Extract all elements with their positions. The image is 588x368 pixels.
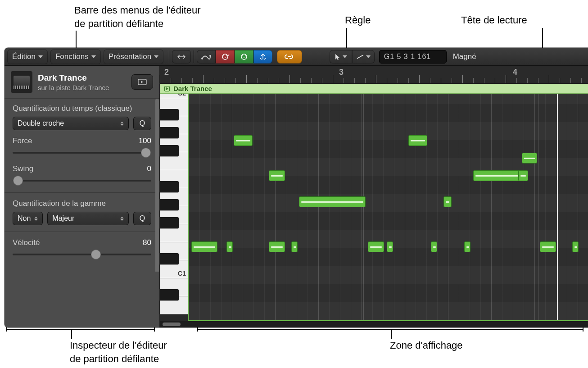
midi-in-icon: [221, 53, 230, 60]
scale-quantize-onoff-select[interactable]: Non: [13, 212, 43, 225]
svg-point-9: [244, 57, 244, 58]
scrollbar-thumb[interactable]: [163, 323, 181, 326]
callout-line: [197, 329, 583, 330]
time-quantize-select[interactable]: Double croche: [13, 117, 129, 130]
menu-presentation[interactable]: Présentation: [104, 50, 163, 64]
midi-note[interactable]: [473, 170, 523, 181]
ruler[interactable]: 2 3 4: [160, 66, 588, 84]
menu-functions[interactable]: Fonctions: [50, 50, 101, 64]
callout-ruler: Règle: [345, 14, 371, 27]
chevron-down-icon: [38, 55, 43, 58]
midi-note[interactable]: [291, 241, 298, 252]
region-subtitle: sur la piste Dark Trance: [38, 84, 109, 91]
midi-note[interactable]: [387, 241, 393, 252]
note-grid[interactable]: [188, 94, 588, 321]
piano-roll-area: 2 3 4 Dark Trance C2: [160, 66, 588, 327]
midi-out-button[interactable]: [235, 50, 253, 64]
header-text: Dark Trance sur la piste Dark Trance: [38, 73, 109, 91]
midi-note[interactable]: [191, 241, 217, 252]
midi-in-button[interactable]: [216, 50, 235, 64]
slider-thumb[interactable]: [141, 148, 151, 158]
midi-note[interactable]: [234, 135, 253, 146]
svg-point-8: [245, 55, 246, 56]
catch-button[interactable]: [253, 50, 272, 64]
note-velocity-bar: [389, 246, 392, 248]
callout-inspector: Inspecteur de l'éditeur de partition déf…: [70, 339, 167, 365]
inspector-scrollbar[interactable]: [155, 99, 159, 272]
midi-note[interactable]: [540, 241, 556, 252]
note-velocity-bar: [301, 201, 363, 203]
scrollbar-thumb[interactable]: [155, 99, 159, 272]
note-velocity-bar: [194, 246, 215, 248]
force-slider[interactable]: [13, 147, 151, 158]
pointer-tool-button[interactable]: [330, 50, 352, 64]
menu-edit[interactable]: Édition: [7, 50, 48, 64]
midi-note[interactable]: [368, 241, 384, 252]
midi-note[interactable]: [269, 170, 285, 181]
midi-note[interactable]: [572, 241, 579, 252]
midi-note[interactable]: [299, 196, 366, 207]
curve-icon: [201, 53, 211, 60]
scale-quantize-button[interactable]: Q: [133, 212, 151, 225]
chevron-down-icon: [91, 55, 96, 58]
svg-point-1: [209, 55, 211, 57]
playhead[interactable]: [557, 94, 558, 320]
midi-note[interactable]: [522, 153, 537, 164]
swing-label: Swing: [13, 164, 33, 173]
horizontal-scrollbar[interactable]: [160, 321, 588, 327]
svg-point-5: [225, 57, 226, 58]
force-label: Force: [13, 136, 32, 145]
menu-edit-label: Édition: [12, 52, 36, 61]
midi-out-icon: [240, 53, 249, 60]
midi-note[interactable]: [408, 135, 427, 146]
callout-line: [71, 329, 72, 339]
link-button[interactable]: [277, 50, 302, 64]
callout-line: [6, 329, 155, 330]
midi-note[interactable]: [269, 241, 285, 252]
note-velocity-bar: [542, 246, 554, 248]
velocity-label: Vélocité: [13, 238, 40, 247]
midi-mode-group: [197, 50, 272, 64]
slider-thumb[interactable]: [13, 176, 23, 186]
menu-functions-label: Fonctions: [55, 52, 89, 61]
svg-point-0: [201, 58, 203, 59]
note-velocity-bar: [524, 158, 535, 159]
note-velocity-bar: [411, 140, 425, 141]
pencil-tool-button[interactable]: [352, 50, 375, 64]
divider: [5, 192, 159, 193]
collapse-icon: [177, 53, 186, 60]
swing-slider[interactable]: [13, 175, 151, 186]
editor-body: Dark Trance sur la piste Dark Trance Qua…: [5, 66, 588, 327]
info-display: G1 5 3 1 161: [379, 50, 447, 64]
note-velocity-bar: [520, 175, 526, 177]
note-velocity-bar: [466, 246, 469, 248]
note-velocity-bar: [370, 246, 382, 248]
swing-value: 0: [147, 164, 151, 173]
menu-presentation-label: Présentation: [109, 52, 151, 61]
collapse-button[interactable]: [172, 50, 191, 64]
midi-note[interactable]: [431, 241, 437, 252]
quantize-button[interactable]: Q: [133, 117, 151, 130]
note-velocity-bar: [446, 201, 449, 203]
callout-playhead: Tête de lecture: [461, 14, 527, 27]
region-header[interactable]: Dark Trance: [160, 84, 588, 94]
chevron-down-icon: [343, 55, 347, 58]
inspector-exit-button[interactable]: [131, 74, 153, 90]
slider-thumb[interactable]: [91, 250, 101, 259]
midi-draw-button[interactable]: [197, 50, 216, 64]
piano-roll-editor: Édition Fonctions Présentation: [5, 48, 588, 327]
scale-quantize-onoff: Non: [18, 214, 31, 223]
svg-point-4: [226, 55, 227, 56]
midi-note[interactable]: [226, 241, 233, 252]
midi-note[interactable]: [518, 170, 528, 181]
midi-note[interactable]: [464, 241, 470, 252]
scale-quantize-label: Quantification de la gamme: [13, 199, 151, 208]
note-velocity-bar: [574, 246, 577, 248]
stepper-icon: [120, 217, 124, 221]
slider-track: [13, 152, 151, 154]
velocity-param: Vélocité 80: [13, 238, 151, 247]
midi-note[interactable]: [443, 196, 452, 207]
scale-quantize-mode-select[interactable]: Majeur: [47, 212, 129, 225]
piano-keyboard[interactable]: C2 C1: [160, 94, 188, 321]
velocity-slider[interactable]: [13, 249, 151, 260]
